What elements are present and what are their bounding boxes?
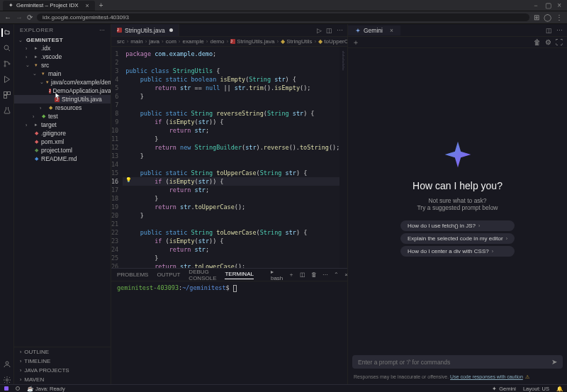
code-line[interactable]: public static boolean isEmpty(String str…	[123, 75, 339, 84]
chat-footer-link[interactable]: Use code responses with caution	[450, 374, 523, 379]
section-outline[interactable]: ›OUTLINE	[14, 347, 111, 357]
tree-item-stringutils-java[interactable]: JStringUtils.java	[14, 95, 111, 103]
panel-tab-terminal[interactable]: TERMINAL	[225, 271, 253, 279]
code-line[interactable]: public static String reverseString(Strin…	[123, 109, 339, 118]
profile-icon[interactable]: ◯	[544, 13, 551, 21]
code-line[interactable]: return str;	[123, 126, 339, 135]
delete-icon[interactable]: 🗑	[534, 38, 541, 46]
code-line[interactable]	[123, 160, 339, 169]
more-icon[interactable]: ⋯	[337, 27, 343, 34]
search-icon[interactable]	[3, 44, 11, 52]
code-line[interactable]: public class StringUtils {	[123, 67, 339, 75]
chat-input-field[interactable]	[358, 359, 551, 366]
code-line[interactable]: }	[123, 194, 339, 203]
debug-icon[interactable]	[3, 75, 11, 84]
panel-tab-output[interactable]: OUTPUT	[157, 271, 180, 278]
tree-item-readme-md[interactable]: ◆README.md	[14, 155, 111, 163]
source-control-icon[interactable]	[3, 60, 11, 68]
expand-icon[interactable]: ⛶	[556, 38, 563, 46]
tree-item-project-toml[interactable]: ◆project.toml	[14, 146, 111, 155]
code-line[interactable]: return str.toLowerCase();	[123, 262, 339, 268]
section-maven[interactable]: ›MAVEN	[14, 375, 111, 384]
split-icon[interactable]: ◫	[326, 27, 332, 34]
split-terminal-icon[interactable]: ◫	[300, 271, 305, 278]
code-line[interactable]: return new StringBuilder(str).reverse().…	[123, 143, 339, 152]
code-line[interactable]: return str;	[123, 186, 339, 194]
status-notifications[interactable]: 🔔	[556, 386, 563, 392]
tree-item--idx[interactable]: ›▸.idx	[14, 44, 111, 52]
code-line[interactable]: if (isEmpty(str)) {	[123, 177, 339, 186]
run-icon[interactable]: ▷	[317, 27, 322, 34]
url-input[interactable]: idx.google.com/geminitest-403093	[37, 13, 529, 21]
code-line[interactable]: if (isEmpty(str)) {	[123, 237, 339, 245]
code-line[interactable]: return str == null || str.trim().isEmpty…	[123, 84, 339, 92]
section-java-projects[interactable]: ›JAVA PROJECTS	[14, 366, 111, 375]
code-line[interactable]: }	[123, 135, 339, 143]
split-icon[interactable]: ◫	[546, 27, 552, 34]
tree-item-java-com-example-demo[interactable]: ⌄▾java/com/example/demo	[14, 78, 111, 86]
project-root[interactable]: ⌄GEMINITEST	[14, 36, 111, 44]
browser-tab[interactable]: ✦ Geminitest – Project IDX ×	[3, 1, 95, 11]
gear-icon[interactable]	[3, 376, 11, 384]
more-icon[interactable]: ⋯	[322, 271, 328, 278]
extensions-icon[interactable]	[3, 91, 11, 99]
breadcrumb-item[interactable]: java	[149, 38, 159, 45]
status-java[interactable]: ☕ Java: Ready	[27, 386, 65, 392]
minimize-icon[interactable]: －	[532, 1, 539, 11]
account-icon[interactable]	[3, 360, 11, 369]
breadcrumb-item[interactable]: example	[183, 38, 204, 45]
reload-icon[interactable]: ⟳	[27, 13, 33, 21]
code-editor[interactable]: 1234567891011121314151617181920212223242…	[111, 47, 347, 268]
menu-icon[interactable]: ⋮	[556, 13, 563, 21]
kill-terminal-icon[interactable]: 🗑	[311, 271, 317, 278]
settings-icon[interactable]: ⚙	[545, 38, 551, 46]
code-line[interactable]: return str;	[123, 245, 339, 254]
suggestion-chip[interactable]: How do I center a div with CSS?›	[400, 246, 515, 257]
suggestion-chip[interactable]: Explain the selected code in my editor›	[400, 233, 515, 244]
code-line[interactable]: package com.example.demo;	[123, 50, 339, 58]
extensions-icon[interactable]: ⊞	[534, 13, 539, 21]
code-line[interactable]	[123, 58, 339, 67]
status-sync[interactable]	[16, 386, 20, 391]
tab-stringutils[interactable]: J StringUtils.java	[111, 24, 179, 36]
code-line[interactable]: if (isEmpty(str)) {	[123, 118, 339, 126]
lightbulb-icon[interactable]: 💡	[125, 177, 131, 183]
remote-indicator[interactable]	[4, 386, 9, 391]
explorer-icon[interactable]	[1, 28, 10, 37]
terminal[interactable]: geminitest-403093:~/geminitest$	[111, 281, 347, 384]
tree-item-demoapplication-java[interactable]: JDemoApplication.java	[14, 86, 111, 95]
close-window-icon[interactable]: ×	[557, 1, 561, 9]
tree-item-pom-xml[interactable]: ◆pom.xml	[14, 138, 111, 146]
breadcrumb-item[interactable]: com	[166, 38, 176, 45]
new-chat-icon[interactable]: ＋	[352, 38, 359, 47]
breadcrumb-item[interactable]: demo	[210, 38, 224, 45]
tree-item-src[interactable]: ⌄▾src	[14, 61, 111, 69]
tree-item-target[interactable]: ›▸target	[14, 121, 111, 129]
status-layout[interactable]: Layout: US	[523, 386, 549, 392]
tree-item--vscode[interactable]: ›▸.vscode	[14, 52, 111, 61]
tree-item-main[interactable]: ⌄▾main	[14, 69, 111, 78]
new-terminal-icon[interactable]: ＋	[288, 271, 294, 279]
minimap[interactable]	[339, 47, 347, 268]
status-gemini[interactable]: ✦ Gemini	[492, 386, 516, 392]
more-icon[interactable]: ⋯	[556, 27, 563, 34]
section-timeline[interactable]: ›TIMELINE	[14, 357, 111, 366]
code-line[interactable]	[123, 220, 339, 228]
tree-item-resources[interactable]: ›◆resources	[14, 103, 111, 112]
code-content[interactable]: package com.example.demo; public class S…	[123, 47, 339, 268]
forward-icon[interactable]: →	[16, 13, 23, 21]
code-line[interactable]: public static String toUpperCase(String …	[123, 169, 339, 177]
tab-gemini[interactable]: Gemini ×	[348, 26, 400, 35]
panel-tab-debug[interactable]: DEBUG CONSOLE	[189, 269, 216, 281]
code-line[interactable]: return str.toUpperCase();	[123, 203, 339, 211]
send-icon[interactable]: ➤	[551, 358, 557, 366]
breadcrumb[interactable]: src›main›java›com›example›demo›JStringUt…	[111, 37, 347, 47]
new-tab-button[interactable]: +	[99, 1, 103, 9]
breadcrumb-item[interactable]: main	[130, 38, 142, 45]
suggestion-chip[interactable]: How do I use fetch() in JS?›	[400, 220, 515, 231]
maximize-icon[interactable]: ▢	[545, 1, 551, 9]
back-icon[interactable]: ←	[4, 13, 11, 21]
breadcrumb-item[interactable]: JStringUtils.java	[230, 38, 274, 45]
tree-item-test[interactable]: ›◆test	[14, 112, 111, 121]
chat-input[interactable]: ➤	[352, 355, 563, 369]
